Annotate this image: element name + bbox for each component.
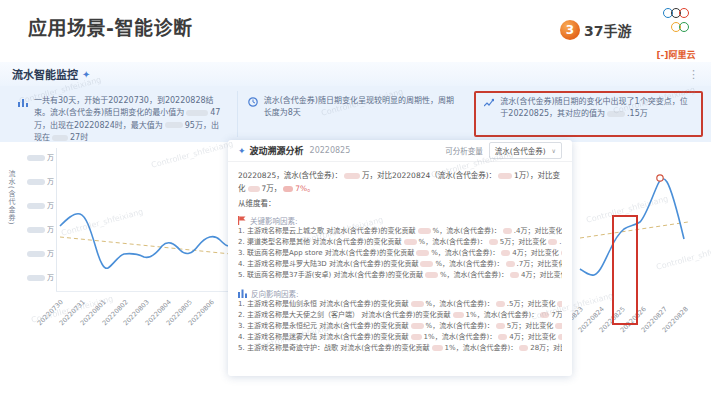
redacted-value [501,250,510,256]
insight-card-overview: 一共有30天，开始于20220730，到20220828结束。流水(含代金券)随… [8,91,237,137]
dashboard-title: 流水智能监控 [12,66,78,82]
37games-logo-text: 37手游 [584,20,631,40]
variable-select-label: 可分析变量 [445,145,483,156]
slide: 应用场景-智能诊断 3 37手游 [-]阿里云 ● ● ● ● ● ● 流水智能… [0,0,711,400]
factor-line: 4. 主游戏名称是斗罗大陆3D 对流水(含代金券)的变化贡献%，流水(含代金券)… [238,259,562,270]
redacted-value [52,135,68,141]
more-menu-icon[interactable]: ⋮ [688,68,699,81]
ai-sparkle-icon: ✦ [82,69,90,80]
redacted-value [561,250,562,256]
y-axis-tick: 万 [20,152,54,162]
redacted-value [411,334,422,340]
analysis-summary: 20220825，流水(含代金券)：万，对比20220824（流水(含代金券)：… [238,169,562,195]
ai-sparkle-icon: ✦ [238,146,246,156]
bars-icon [238,289,247,298]
redacted-value [420,261,433,267]
analysis-panel: ✦ 波动溯源分析 20220825 可分析变量 流水(含代金券) ∨ 20220… [228,140,572,376]
redacted-value [344,173,360,179]
bar-chart-icon [18,97,28,133]
analysis-date: 20220825 [310,146,351,155]
analysis-panel-header: ✦ 波动溯源分析 20220825 可分析变量 流水(含代金券) ∨ [228,140,572,162]
redacted-value [555,323,562,329]
redacted-value [416,250,429,256]
anomaly-trend-icon [484,98,494,132]
redacted-value [418,228,431,234]
redacted-value [404,239,417,245]
variable-select[interactable]: 流水(含代金券) ∨ [489,142,562,159]
factor-line: 5. 联运商名称是37手游(安卓) 对流水(含代金券)的变化贡献%，流水(含代金… [238,270,562,281]
olympic-rings-icon [664,8,688,46]
redacted-value [607,111,625,117]
redacted-value [558,334,562,340]
factor-line: 2. 主游戏名称是大天使之剑（客户端） 对流水(含代金券)的变化贡献1%，流水(… [238,310,562,321]
redacted-value [489,239,498,245]
y-axis-tick: 万 [20,224,54,234]
redacted-value [248,186,260,192]
reverse-factors-list: 1. 主游戏名称是仙剑永恒 对流水(含代金券)的变化贡献%，流水(含代金券)：.… [238,299,562,354]
clock-icon [248,97,258,133]
factor-line: 2. 渠道类型名称是其他 对流水(含代金券)的变化贡献%，流水(含代金券)：5万… [238,237,562,248]
insight-card-text: 流水(含代金券)随日期变化呈现较明显的周期性，周期长度为8天 [264,95,457,133]
redacted-value [453,312,464,318]
y-axis-tick: 万 [20,272,54,282]
analysis-title: 波动溯源分析 [250,144,304,157]
anomaly-line-chart: 2022082320220824202208252022082620220827… [556,142,711,362]
reverse-factors-header: 反向影响因素: [238,288,562,299]
37games-logo: 3 37手游 [560,20,631,40]
redacted-value [503,228,512,234]
factor-line: 1. 主游戏名称是仙剑永恒 对流水(含代金券)的变化贡献%，流水(含代金券)：.… [238,299,562,310]
chevron-down-icon: ∨ [552,147,556,154]
anomaly-highlight-box [612,215,638,325]
y-axis-tick: 万 [20,200,54,210]
redacted-value [411,301,424,307]
redacted-value [186,110,208,116]
key-factors-header: 关键影响因素: [238,215,562,226]
page-title: 应用场景-智能诊断 [28,13,192,40]
redacted-value [165,122,183,128]
insight-card-text: 流水(含代金券)随日期的变化中出现了1个突变点，位于20220825，其对应的值… [500,96,693,132]
aliyun-olympic-logo: [-]阿里云 ● ● ● ● ● ● [645,8,707,66]
factor-line: 4. 主游戏名称是迷雾大陆 对流水(含代金券)的变化贡献1%，流水(含代金券)：… [238,332,562,343]
analysis-panel-body: 20220825，流水(含代金券)：万，对比20220824（流水(含代金券)：… [228,162,572,354]
redacted-value [498,334,507,340]
peak-marker-icon [657,175,663,181]
dashboard-header: 流水智能监控 ✦ ⋮ [0,62,711,86]
aliyun-bracket-icon: [-] [657,50,669,60]
redacted-value [540,312,549,318]
redacted-value [498,173,512,179]
insight-cards-row: 一共有30天，开始于20220730，到20220828结束。流水(含代金券)随… [0,86,711,142]
redacted-value [548,239,557,245]
factor-line: 3. 联运商名称是App store 对流水(含代金券)的变化贡献%，流水(含代… [238,248,562,259]
factor-line: 3. 主游戏名称是永恒纪元 对流水(含代金券)的变化贡献%，流水(含代金券)：5… [238,321,562,332]
factor-line: 5. 主游戏名称是奇迹守护：战歌 对流水(含代金券)的变化贡献1%，流水(含代金… [238,343,562,354]
redacted-value [411,323,424,329]
redacted-value [519,345,528,351]
insight-card-anomaly: 流水(含代金券)随日期的变化中出现了1个突变点，位于20220825，其对应的值… [474,91,703,137]
y-axis-tick: 万 [20,176,54,186]
37games-logo-icon: 3 [560,20,580,40]
overview-line-series [56,142,234,294]
flag-icon [238,216,246,225]
redacted-value [425,272,438,278]
factor-line: 1. 主游戏名称是云上城之歌 对流水(含代金券)的变化贡献%，流水(含代金券)：… [238,226,562,237]
key-factors-list: 1. 主游戏名称是云上城之歌 对流水(含代金券)的变化贡献%，流水(含代金券)：… [238,226,562,281]
aliyun-logo-text: [-]阿里云 [645,48,707,61]
redacted-value [557,301,562,307]
variable-select-value: 流水(含代金券) [495,145,546,156]
insight-card-text: 一共有30天，开始于20220730，到20220828结束。流水(含代金券)随… [34,95,227,133]
redacted-value [496,323,505,329]
redacted-value [283,186,293,192]
redacted-value [496,301,505,307]
y-axis-tick: 万 [20,248,54,258]
overview-line-chart: 流水(含代金券) 万 万 万 万 万 万 2022073020220731202… [0,142,234,357]
redacted-value [506,261,515,267]
y-axis-title: 流水(含代金券) [6,170,16,225]
insight-card-periodicity: 流水(含代金券)随日期变化呈现较明显的周期性，周期长度为8天 [237,91,467,137]
dimension-note: 从维度看： [238,197,562,208]
monitor-dashboard: 流水智能监控 ✦ ⋮ 一共有30天，开始于20220730，到20220828结… [0,62,711,378]
redacted-value [432,345,443,351]
redacted-value [510,272,519,278]
